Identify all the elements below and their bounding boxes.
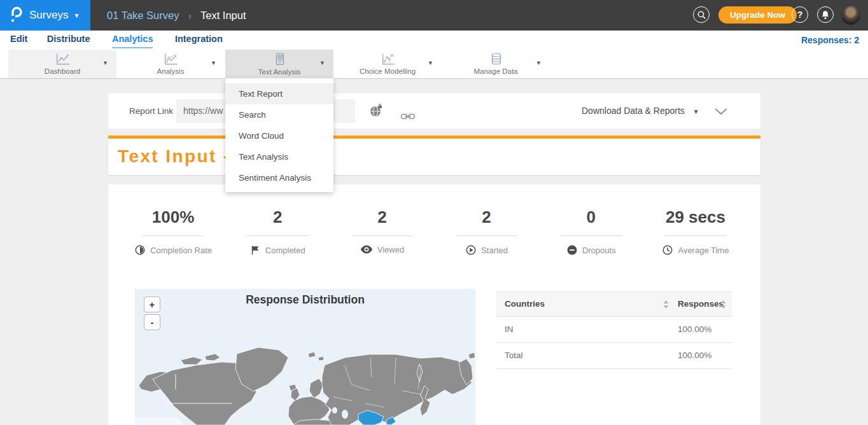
stat-value: 2	[225, 207, 330, 227]
table-row: IN 100.00%	[496, 317, 732, 343]
search-button[interactable]	[693, 6, 710, 23]
bell-icon	[821, 10, 830, 20]
tab-analysis[interactable]: ▼ Analysis	[116, 50, 225, 78]
analytics-tab-bar: ▼ Dashboard ▼ Analysis ▼	[0, 50, 868, 79]
collapse-panel-chevron-icon[interactable]	[714, 108, 728, 115]
stat-label: Completion Rate	[150, 246, 212, 255]
search-icon	[697, 10, 706, 20]
menu-item-sentiment-analysis[interactable]: Sentiment Analysis	[225, 167, 333, 188]
tab-manage-data[interactable]: ▼ Manage Data	[442, 50, 550, 78]
stat-completion-rate: 100% Completion Rate	[121, 207, 225, 258]
chevron-down-icon: ▼	[693, 108, 699, 115]
menu-item-text-analysis[interactable]: Text Analysis	[225, 146, 333, 167]
app-screen: Surveys ▼ 01 Take Survey › Text Input Up…	[0, 0, 868, 425]
completion-rate-icon	[134, 244, 146, 256]
report-link-label: Report Link	[129, 94, 173, 129]
tab-label-choice-modelling: Choice Modelling	[333, 67, 442, 75]
flag-icon	[250, 244, 261, 256]
sort-icon[interactable]	[663, 300, 669, 309]
map-zoom-out-button[interactable]: -	[144, 314, 160, 330]
analysis-chart-icon	[163, 52, 179, 67]
response-distribution-map: Response Distribution + -	[135, 289, 475, 425]
eye-icon	[360, 244, 373, 254]
user-avatar[interactable]	[841, 6, 860, 25]
dashboard-chart-icon	[55, 52, 71, 67]
country-cell: Total	[505, 343, 523, 368]
upgrade-now-button[interactable]: Upgrade Now	[718, 6, 797, 24]
help-button[interactable]: ?	[792, 6, 808, 23]
responses-cell: 100.00%	[678, 317, 711, 342]
top-bar: Surveys ▼ 01 Take Survey › Text Input Up…	[0, 0, 868, 31]
world-map	[135, 289, 475, 425]
subnav-item-distribute[interactable]: Distribute	[47, 31, 90, 47]
countries-table: Countries Responses IN 100.00% Total 100…	[496, 291, 732, 369]
stat-value: 2	[330, 207, 434, 227]
minus-circle-icon	[566, 244, 578, 256]
question-analytics-card: 100% Completion Rate 2	[108, 185, 760, 425]
tab-label-text-analysis: Text Analysis	[225, 68, 333, 76]
choice-modelling-icon	[380, 52, 396, 67]
link-icon[interactable]	[400, 111, 416, 122]
responses-cell: 100.00%	[678, 343, 711, 368]
stat-value: 100%	[121, 207, 225, 227]
stat-label: Completed	[265, 246, 305, 255]
column-header-responses[interactable]: Responses	[678, 292, 724, 316]
stat-completed: 2 Completed	[225, 207, 330, 258]
survey-sub-nav: Edit Distribute Analytics Integration Re…	[0, 31, 868, 50]
notifications-button[interactable]	[817, 6, 834, 23]
menu-item-text-report[interactable]: Text Report	[225, 83, 333, 104]
menu-item-search[interactable]: Search	[225, 104, 333, 125]
globe-lock-icon[interactable]	[369, 104, 383, 118]
play-circle-icon	[465, 244, 477, 256]
text-analysis-menu: Text Report Search Word Cloud Text Analy…	[225, 78, 333, 192]
stat-viewed: 2 Viewed	[330, 207, 434, 258]
responses-count: Responses: 2	[801, 31, 859, 50]
text-analysis-icon	[272, 52, 288, 67]
question-mark-icon: ?	[797, 10, 803, 20]
stat-value: 29 secs	[643, 207, 748, 227]
chevron-down-icon[interactable]: ▼	[428, 60, 433, 66]
download-data-reports-dropdown[interactable]: Download Data & Reports ▼	[582, 94, 699, 129]
tab-label-dashboard: Dashboard	[8, 67, 116, 75]
breadcrumb-current-page: Text Input	[200, 10, 246, 21]
stat-dropouts: 0 Dropouts	[539, 207, 643, 258]
chevron-down-icon[interactable]: ▼	[102, 60, 108, 66]
tab-dashboard[interactable]: ▼ Dashboard	[8, 50, 116, 78]
table-row-total: Total 100.00%	[496, 343, 732, 369]
surveys-product-switcher[interactable]: Surveys ▼	[0, 0, 90, 31]
subnav-item-analytics[interactable]: Analytics	[112, 31, 153, 48]
stat-label: Started	[481, 246, 508, 255]
subnav-item-edit[interactable]: Edit	[10, 31, 27, 47]
country-cell: IN	[505, 317, 514, 342]
stat-started: 2 Started	[435, 207, 539, 258]
chevron-down-icon[interactable]: ▼	[319, 60, 325, 66]
tab-label-manage-data: Manage Data	[442, 67, 550, 75]
stat-average-time: 29 secs Average Time	[643, 207, 748, 258]
map-zoom-controls: + -	[144, 296, 160, 332]
tab-label-analysis: Analysis	[116, 67, 225, 75]
chevron-down-icon[interactable]: ▼	[211, 60, 216, 66]
menu-item-word-cloud[interactable]: Word Cloud	[225, 125, 333, 146]
questionpro-logo-icon	[9, 6, 23, 24]
report-link-card: Report Link https://ww Download Data & R…	[108, 94, 760, 129]
subnav-item-integration[interactable]: Integration	[175, 31, 223, 47]
chevron-down-icon[interactable]: ▼	[536, 60, 542, 66]
tab-choice-modelling[interactable]: ▼ Choice Modelling	[333, 50, 442, 78]
sort-icon[interactable]	[720, 300, 726, 309]
breadcrumb-survey-link[interactable]: 01 Take Survey	[107, 10, 179, 21]
tab-text-analysis[interactable]: ▼ Text Analysis	[225, 50, 333, 79]
map-zoom-in-button[interactable]: +	[144, 296, 160, 312]
database-icon	[488, 52, 505, 67]
map-title: Response Distribution	[135, 293, 475, 307]
column-header-countries[interactable]: Countries	[505, 292, 545, 316]
product-name: Surveys	[29, 9, 68, 22]
chevron-down-icon: ▼	[73, 12, 80, 19]
breadcrumb-separator: ›	[188, 11, 192, 21]
clock-icon	[662, 244, 673, 256]
question-title-card: Text Input - R	[108, 139, 760, 175]
download-data-reports-label: Download Data & Reports	[582, 106, 685, 116]
stats-row: 100% Completion Rate 2	[108, 207, 760, 258]
breadcrumb: 01 Take Survey › Text Input	[107, 0, 246, 31]
stat-value: 0	[539, 207, 643, 227]
stat-value: 2	[435, 207, 539, 227]
